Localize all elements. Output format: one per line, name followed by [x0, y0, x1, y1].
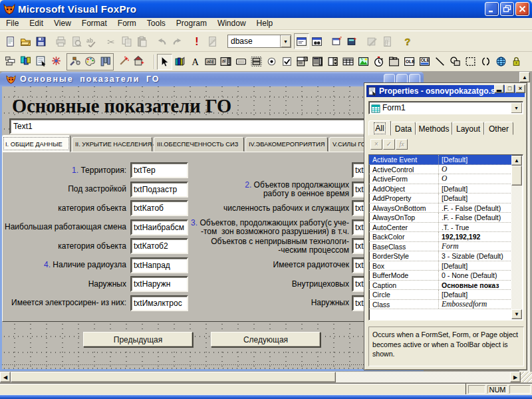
previous-page-button[interactable]: Предыдущая — [83, 332, 193, 347]
resize-grip[interactable] — [521, 372, 532, 382]
code-window-button[interactable]: {} — [380, 33, 395, 49]
print-button[interactable] — [53, 33, 68, 49]
ole-container-control-button[interactable]: OLE — [402, 54, 417, 70]
minimize-button[interactable] — [485, 2, 499, 16]
property-row[interactable]: BaseClassForm — [369, 242, 512, 252]
color-palette-button[interactable] — [82, 54, 98, 70]
field-textbox[interactable]: txtТер — [130, 162, 188, 178]
pageframe-control-button[interactable] — [386, 54, 402, 70]
report-wizard-button[interactable] — [344, 33, 360, 49]
properties-tab-data[interactable]: Data — [391, 122, 416, 135]
properties-minimize-button[interactable]: ▂ — [494, 84, 504, 93]
shape-control-button[interactable] — [448, 54, 463, 70]
redo-button[interactable] — [170, 33, 185, 49]
property-row[interactable]: ClassEmbossedform — [369, 300, 512, 310]
form-tab-1[interactable]: I. ОБЩИЕ ДАННЫЕ — [2, 135, 70, 152]
form-design-surface[interactable]: Основные показатели ГО Text1 I. ОБЩИЕ ДА… — [2, 86, 422, 369]
save-floppy-button[interactable] — [33, 33, 49, 49]
databases-combo[interactable]: dbase▼ — [227, 35, 291, 48]
property-grid-scrollbar[interactable]: ▲ ▼ — [511, 156, 522, 319]
ole-bound-control-button[interactable]: OLE — [417, 54, 432, 70]
property-row[interactable]: AddObject[Default] — [369, 184, 512, 194]
property-row[interactable]: Box[Default] — [369, 261, 512, 271]
form-tab-4[interactable]: IV.ЭВАКОМЕРОПРИЯТИЯ — [245, 137, 328, 152]
timer-control-button[interactable] — [371, 54, 386, 70]
horizontal-scroll-thumb[interactable] — [11, 372, 336, 382]
property-row[interactable]: AlwaysOnBottom.F. - False (Default) — [369, 203, 512, 213]
grid-scroll-down-button[interactable]: ▼ — [511, 309, 522, 319]
code-window-colored-button[interactable] — [49, 53, 64, 69]
listbox-control-button[interactable] — [310, 54, 325, 70]
property-row[interactable]: ActiveFormO — [369, 174, 512, 184]
autoformat-button[interactable] — [132, 53, 147, 69]
option-group-control-button[interactable] — [264, 54, 279, 70]
new-document-button[interactable] — [3, 33, 18, 49]
desktop-horizontal-scrollbar[interactable]: ◀ ▶ — [0, 372, 521, 382]
editbox-control-button[interactable]: al — [218, 54, 233, 70]
undo-button[interactable] — [154, 33, 170, 49]
accept-value-button[interactable]: ✓ — [383, 139, 395, 150]
properties-close-button[interactable]: × — [515, 84, 525, 93]
builder-button[interactable] — [364, 33, 380, 49]
properties-window-button[interactable] — [33, 53, 49, 69]
layout-toolbar-button[interactable] — [98, 54, 113, 70]
combobox-control-button[interactable] — [295, 54, 310, 70]
properties-tab-all[interactable]: All — [368, 120, 391, 136]
object-combo-dropdown-button[interactable]: ▼ — [511, 102, 522, 113]
property-row[interactable]: ActiveControlO — [369, 165, 512, 175]
databases-combo-dropdown-button[interactable]: ▼ — [280, 35, 291, 47]
data-environment-button[interactable] — [18, 53, 33, 69]
copy-button[interactable] — [119, 33, 134, 49]
grid-scroll-thumb[interactable] — [511, 166, 522, 186]
data-session-button[interactable] — [309, 33, 325, 49]
image-control-button[interactable] — [356, 54, 371, 70]
scroll-left-button[interactable]: ◀ — [0, 372, 11, 382]
menu-tools[interactable]: Tools — [142, 18, 171, 29]
expression-builder-button[interactable]: fx — [396, 139, 408, 150]
property-row[interactable]: Circle[Default] — [369, 290, 512, 300]
grid-scroll-up-button[interactable]: ▲ — [511, 156, 522, 166]
select-pointer-button[interactable] — [157, 54, 172, 70]
text1-textbox[interactable]: Text1 — [9, 118, 413, 134]
form-controls-toolbar-button[interactable] — [67, 54, 82, 70]
form-designer-titlebar[interactable]: Основные показатели ГО — [0, 72, 424, 86]
restore-button[interactable] — [500, 2, 514, 16]
property-row[interactable]: BackColor192,192,192 — [369, 232, 512, 242]
command-group-control-button[interactable] — [249, 54, 264, 70]
grid-control-button[interactable] — [340, 54, 356, 70]
scroll-right-button[interactable]: ▶ — [510, 372, 521, 382]
run-button[interactable]: ! — [190, 33, 205, 49]
command-button-control-button[interactable] — [233, 54, 249, 70]
menu-form[interactable]: Form — [112, 18, 142, 29]
properties-tab-methods[interactable]: Methods — [416, 122, 452, 135]
property-row[interactable]: AutoCenter.T. - True — [369, 223, 512, 233]
menu-edit[interactable]: Edit — [24, 18, 49, 29]
property-row[interactable]: BorderStyle3 - Sizable (Default) — [369, 251, 512, 261]
object-selector-combo[interactable]: Form1 ▼ — [368, 101, 523, 114]
hyperlink-control-button[interactable] — [493, 54, 509, 70]
property-row[interactable]: BufferMode0 - None (Default) — [369, 271, 512, 281]
label-control-button[interactable]: A — [188, 54, 203, 70]
property-row[interactable]: AlwaysOnTop.F. - False (Default) — [369, 213, 512, 223]
print-preview-button[interactable] — [68, 33, 84, 49]
view-classes-button[interactable] — [172, 54, 188, 70]
line-control-button[interactable] — [432, 54, 448, 70]
property-row[interactable]: CaptionОсновные показ — [369, 281, 512, 291]
menu-help[interactable]: Help — [251, 18, 279, 29]
separator-control-button[interactable] — [478, 54, 493, 70]
textbox-control-button[interactable]: ab — [203, 54, 218, 70]
menu-program[interactable]: Program — [171, 18, 212, 29]
command-window-button[interactable] — [294, 33, 309, 49]
builder-lock-button[interactable] — [509, 54, 524, 70]
cancel-value-button[interactable]: × — [370, 139, 382, 150]
spelling-button[interactable]: ab — [84, 33, 99, 49]
property-row[interactable]: AddProperty[Default] — [369, 194, 512, 203]
properties-tab-other[interactable]: Other — [484, 122, 513, 135]
form-builder-button[interactable] — [116, 53, 132, 69]
form-tab-2[interactable]: II. УКРЫТИЕ НАСЕЛЕНИЯ — [72, 137, 152, 152]
form-wizard-button[interactable] — [329, 33, 344, 49]
form-tab-3[interactable]: III.ОБЕСПЕЧЕННОСТЬ СИЗ — [154, 137, 244, 152]
modify-form-button[interactable] — [205, 33, 220, 49]
scroll-up-button[interactable]: ▲ — [519, 72, 530, 82]
close-button[interactable] — [515, 2, 529, 16]
